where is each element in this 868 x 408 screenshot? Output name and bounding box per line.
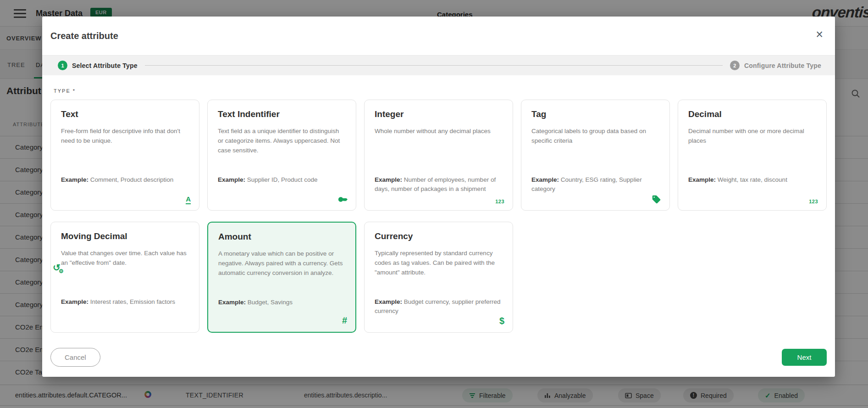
card-text-identifier[interactable]: Text Indentifier Text field as a unique … [207,100,356,211]
text-format-icon: A [186,195,191,204]
key-icon [338,195,348,204]
cancel-button[interactable]: Cancel [50,348,100,367]
next-button[interactable]: Next [782,349,827,366]
123-icon: 123 [495,199,504,204]
stepper-connector-line [145,65,723,66]
wizard-stepper: 1 Select Attribute Type 2 Configure Attr… [42,55,835,75]
card-integer[interactable]: Integer Whole number without any decimal… [364,100,513,211]
dialog-body: TYPE * Text Free-form field for descript… [42,75,835,333]
hash-icon: # [342,315,347,326]
step-1-indicator: 1 [58,61,67,70]
card-text[interactable]: Text Free-form field for descriptive inf… [50,100,199,211]
required-marker: * [73,88,76,94]
history-gear-icon: ↺⚙ [53,262,61,273]
create-attribute-dialog: Create attribute × 1 Select Attribute Ty… [42,17,835,377]
card-decimal[interactable]: Decimal Decimal number with one or more … [678,100,827,211]
step-select-attribute-type: 1 Select Attribute Type [58,61,138,70]
123-icon: 123 [809,199,818,204]
card-tag[interactable]: Tag Categorical labels to group data bas… [521,100,670,211]
card-currency[interactable]: Currency Typically represented by standa… [364,222,513,333]
card-moving-decimal[interactable]: Moving Decimal Value that changes over t… [50,222,199,333]
step-configure-attribute-type: 2 Configure Attribute Type [730,61,821,70]
dialog-footer: Cancel Next [42,348,835,377]
step-2-indicator: 2 [730,61,740,70]
dialog-title: Create attribute [50,31,118,41]
attribute-type-grid: Text Free-form field for descriptive inf… [50,100,827,333]
dollar-icon: $ [499,316,504,326]
dialog-header: Create attribute × [42,17,835,55]
card-amount[interactable]: Amount A monetary value which can be pos… [207,222,356,333]
close-icon[interactable]: × [816,28,823,41]
type-field-label: TYPE * [54,88,827,94]
tag-icon [652,195,661,204]
gear-icon: ⚙ [59,268,64,274]
